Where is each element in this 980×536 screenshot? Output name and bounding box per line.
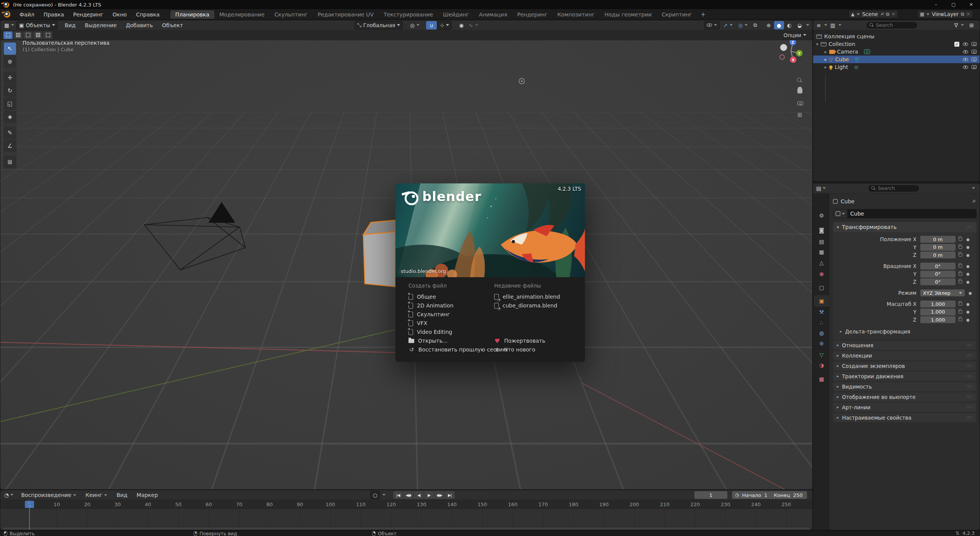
select-box-tool[interactable]: ↖: [4, 42, 16, 55]
options-button[interactable]: Опции: [781, 31, 808, 39]
new-file-item-2[interactable]: Скульптинг: [408, 310, 454, 319]
animate-dot-icon[interactable]: ●: [966, 237, 970, 242]
render-visibility-icon[interactable]: [972, 65, 977, 69]
workspace-tab-4[interactable]: Текстурирование: [379, 10, 438, 19]
snap-toggle-button[interactable]: ∪: [426, 21, 437, 29]
tab-physics[interactable]: ◍: [815, 328, 828, 338]
transform-value-field[interactable]: 1.000: [920, 316, 956, 323]
panel-grip-icon[interactable]: ∷∷: [967, 384, 973, 389]
transform-value-field[interactable]: 0 m: [920, 252, 956, 258]
expand-icon[interactable]: ▸: [825, 65, 827, 70]
properties-search-input[interactable]: [878, 185, 916, 191]
shading-wireframe-button[interactable]: ⊕: [764, 21, 774, 29]
workspace-tab-9[interactable]: Ноды геометрии: [599, 10, 657, 19]
unlock-icon[interactable]: [959, 273, 962, 276]
cube-row-selected[interactable]: ▸ ▽ Cube ▽: [813, 56, 980, 63]
tab-view-layer[interactable]: ▦: [815, 247, 828, 257]
render-visibility-icon[interactable]: [972, 42, 977, 46]
panel-grip-icon[interactable]: ∷∷: [967, 363, 973, 368]
recent-file-item-0[interactable]: ellie_animation.blend: [494, 293, 560, 301]
timeline-editor-icon[interactable]: ◔: [4, 492, 9, 498]
light-row[interactable]: ▸ Light ⊙: [813, 63, 980, 71]
open-file-button[interactable]: Открыть...: [408, 337, 507, 345]
zoom-view-icon[interactable]: [797, 77, 802, 84]
recent-file-item-1[interactable]: cube_diorama.blend: [494, 301, 560, 310]
add-workspace-button[interactable]: +: [697, 11, 710, 18]
add-cube-tool[interactable]: ⊞: [4, 156, 16, 168]
navigation-gizmo[interactable]: Z Y X: [777, 37, 805, 65]
transform-value-field[interactable]: 0°: [920, 278, 956, 285]
scene-selector[interactable]: ▲ Scene ⧉ ✕: [848, 10, 898, 18]
tab-tool[interactable]: ⚙: [815, 211, 828, 221]
timeline-track[interactable]: [0, 509, 812, 528]
shading-solid-button[interactable]: ●: [774, 21, 784, 29]
outliner-search-input[interactable]: [876, 22, 914, 28]
panel-grip-icon[interactable]: ∷∷: [967, 353, 973, 358]
animate-dot-icon[interactable]: ●: [966, 245, 970, 249]
tab-collection[interactable]: ▢: [815, 283, 828, 293]
panel-0[interactable]: ▸Отношения∷∷: [833, 341, 977, 350]
shading-material-button[interactable]: ◐: [784, 21, 794, 29]
rotate-tool[interactable]: ↻: [4, 85, 16, 97]
unlock-icon[interactable]: [959, 238, 962, 241]
filter-icon[interactable]: ∇: [954, 22, 958, 28]
expand-icon[interactable]: ▸: [825, 57, 827, 62]
expand-icon[interactable]: ▸: [825, 49, 827, 54]
animate-dot-icon[interactable]: ●: [966, 253, 970, 257]
chevron-down-icon[interactable]: [972, 187, 975, 189]
tab-constraints[interactable]: ⊚: [815, 338, 828, 348]
unlock-icon[interactable]: [959, 253, 962, 257]
timeline-scrollbar[interactable]: [3, 528, 810, 529]
panel-grip-icon[interactable]: ∷∷: [967, 405, 973, 410]
play-button[interactable]: ▶: [424, 491, 434, 499]
remove-layer-icon[interactable]: ✕: [967, 11, 970, 17]
measure-tool[interactable]: ∠: [4, 140, 16, 152]
new-collection-icon[interactable]: ⊞: [969, 22, 974, 28]
chevron-down-icon[interactable]: [961, 24, 964, 26]
panel-grip-icon[interactable]: ∷∷: [967, 343, 973, 348]
viewport-menu-0[interactable]: Вид: [60, 20, 80, 31]
falloff-button[interactable]: ∿: [466, 21, 480, 29]
menu-2[interactable]: Рендеринг: [69, 9, 108, 20]
chevron-down-icon[interactable]: [382, 494, 385, 496]
start-value[interactable]: 1: [764, 492, 767, 498]
orientation-selector[interactable]: ⤡Глобальная: [354, 21, 403, 29]
tab-modifiers[interactable]: ⚒: [815, 307, 828, 317]
tab-data[interactable]: ▽: [815, 350, 828, 360]
chevron-down-icon[interactable]: [838, 24, 841, 26]
hide-eye-icon[interactable]: [963, 50, 968, 54]
recover-session-button[interactable]: ↺Восстановить прошлую сессию: [408, 345, 507, 354]
rotation-mode-dropdown[interactable]: XYZ Эйлер: [920, 289, 965, 296]
new-file-item-1[interactable]: 2D Animation: [408, 301, 454, 310]
panel-3[interactable]: ▸Траектории движения∷∷: [833, 372, 977, 381]
properties-editor-icon[interactable]: ▤: [816, 185, 821, 191]
view-layer-selector[interactable]: ▦ ViewLayer ⧉ ✕: [917, 10, 973, 18]
tab-object[interactable]: ▣: [815, 296, 828, 306]
gizmos-toggle[interactable]: ↗: [721, 21, 735, 29]
workspace-tab-0[interactable]: Планировка: [170, 10, 214, 19]
mesh-data-icon[interactable]: ▽: [855, 57, 859, 62]
workspace-tab-2[interactable]: Скульптинг: [270, 10, 313, 19]
timeline-ruler[interactable]: 1 10203040506070809010011012013014015016…: [0, 500, 812, 509]
select-intersect-button[interactable]: [43, 31, 52, 39]
animate-dot-icon[interactable]: ●: [966, 302, 970, 306]
snap-target-button[interactable]: ⊹: [437, 21, 452, 29]
light-data-icon[interactable]: ⊙: [854, 64, 858, 70]
menu-0[interactable]: Файл: [15, 9, 39, 20]
pin-icon[interactable]: [880, 13, 884, 16]
animate-dot-icon[interactable]: ●: [966, 310, 970, 314]
unlock-icon[interactable]: [959, 280, 962, 283]
viewport-3d[interactable]: ▦ ▣Объекты ВидВыделениеДобавитьОбъект ⤡Г…: [0, 20, 813, 490]
tab-texture[interactable]: ▩: [815, 374, 828, 384]
panel-4[interactable]: ▸Видимость∷∷: [833, 382, 977, 391]
timeline-menu-0[interactable]: Воспроизведение: [16, 490, 81, 500]
workspace-tab-3[interactable]: Редактирование UV: [313, 10, 379, 19]
frame-range-fields[interactable]: ◷ Начало 1 Конец 250: [732, 491, 807, 499]
tab-output[interactable]: ▤: [815, 237, 828, 247]
panel-grip-icon[interactable]: ∷∷: [967, 415, 973, 420]
display-mode-icon[interactable]: ▥: [830, 22, 835, 28]
workspace-tab-10[interactable]: Скриптинг: [657, 10, 697, 19]
hide-eye-icon[interactable]: [963, 42, 968, 46]
transform-tool[interactable]: ◈: [4, 111, 16, 123]
animate-dot-icon[interactable]: ●: [969, 291, 972, 295]
